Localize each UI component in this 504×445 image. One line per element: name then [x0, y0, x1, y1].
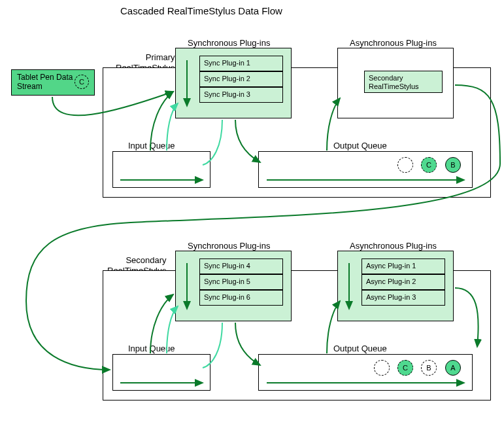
secondary-async-plugin-1: Async Plug-in 1: [361, 258, 445, 274]
primary-async-secondary-rts: Secondary RealTimeStylus: [364, 71, 443, 93]
primary-out-token-c: C: [421, 157, 437, 173]
secondary-async-plugin-2: Async Plug-in 2: [361, 274, 445, 290]
secondary-out-token-a: A: [445, 360, 461, 376]
secondary-out-token-empty: [374, 360, 390, 376]
diagram-canvas: { "title": "Cascaded RealTimeStylus Data…: [0, 0, 504, 445]
secondary-sync-plugin-6: Sync Plug-in 6: [199, 290, 283, 306]
secondary-out-token-c: C: [397, 360, 413, 376]
diagram-title: Cascaded RealTimeStylus Data Flow: [120, 5, 282, 17]
secondary-output-queue-label: Output Queue: [333, 344, 387, 354]
primary-input-queue-box: [112, 151, 210, 188]
primary-out-token-empty: [397, 157, 413, 173]
primary-async-header: Asynchronous Plug-ins: [350, 38, 437, 48]
tablet-token-c: C: [75, 75, 89, 89]
secondary-input-queue-label: Input Queue: [128, 344, 175, 354]
primary-output-queue-label: Output Queue: [333, 141, 387, 151]
secondary-sync-header: Synchronous Plug-ins: [188, 241, 270, 251]
secondary-out-token-b: B: [421, 360, 437, 376]
secondary-output-queue-box: [258, 354, 473, 391]
primary-sync-plugin-3: Sync Plug-in 3: [199, 87, 283, 103]
secondary-input-queue-box: [112, 354, 210, 391]
secondary-async-header: Asynchronous Plug-ins: [350, 241, 437, 251]
primary-input-queue-label: Input Queue: [128, 141, 175, 151]
tablet-pen-label: Tablet Pen Data Stream: [17, 73, 73, 91]
primary-out-token-b: B: [445, 157, 461, 173]
secondary-sync-plugin-5: Sync Plug-in 5: [199, 274, 283, 290]
primary-output-queue-box: [258, 151, 473, 188]
primary-sync-plugin-2: Sync Plug-in 2: [199, 71, 283, 87]
primary-sync-plugin-1: Sync Plug-in 1: [199, 56, 283, 71]
secondary-async-plugin-3: Async Plug-in 3: [361, 290, 445, 306]
secondary-sync-plugin-4: Sync Plug-in 4: [199, 258, 283, 274]
tablet-pen-box: Tablet Pen Data Stream C: [11, 69, 95, 96]
primary-sync-header: Synchronous Plug-ins: [188, 38, 270, 48]
